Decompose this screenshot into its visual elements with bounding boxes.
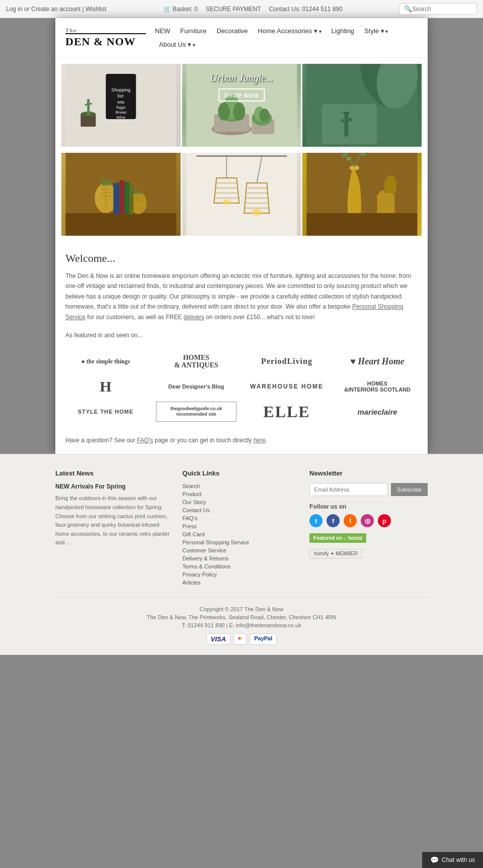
or-text: or [24, 6, 31, 13]
svg-rect-40 [65, 213, 176, 236]
login-link[interactable]: Log in [6, 6, 23, 13]
svg-rect-33 [322, 104, 377, 144]
delivery-link[interactable]: delivery [184, 314, 204, 321]
footer-link-our-story[interactable]: Our Story [183, 499, 300, 505]
svg-rect-36 [345, 118, 353, 121]
nav-home-accessories-dropdown[interactable]: Home Accessories ▾ [253, 24, 327, 38]
svg-point-14 [87, 100, 88, 101]
hero-img-vases[interactable] [302, 153, 422, 236]
footer-link-personal-shopping[interactable]: Personal Shopping Service [183, 539, 300, 545]
svg-text:Milk: Milk [117, 100, 125, 105]
newsletter-email-input[interactable] [309, 483, 388, 496]
nav-about-dropdown[interactable]: About Us ▾ [154, 38, 200, 51]
press-logo-marie-claire: marieclaire [337, 402, 418, 422]
svg-point-78 [222, 199, 230, 205]
footer-link-customer-service[interactable]: Customer Service [183, 547, 300, 553]
hero-img-lights[interactable] [182, 153, 301, 236]
nav-about-us[interactable]: About Us ▾ [154, 38, 200, 51]
svg-rect-34 [345, 112, 349, 137]
svg-text:SHOP NOW: SHOP NOW [224, 92, 259, 99]
homify-badge[interactable]: homify ✦ MEMBER [309, 549, 428, 558]
basket-info: 🛒 Basket: 0 [164, 6, 198, 13]
subscribe-button[interactable]: Subscribe [391, 483, 428, 496]
nav-decorative[interactable]: Decorative [211, 24, 253, 38]
press-logos: ● the simple things HOMES& ANTIQUES Peri… [55, 351, 428, 432]
svg-rect-57 [113, 183, 119, 214]
press-logo-period-living: PeriodLiving [247, 351, 327, 371]
footer-link-faqs[interactable]: FAQ's [183, 515, 300, 521]
create-account-link[interactable]: Create an account [31, 6, 80, 13]
footer-link-gift-card[interactable]: Gift Card [183, 531, 300, 537]
footer: Latest News NEW Arrivals For Spring Brin… [0, 454, 483, 655]
svg-rect-52 [135, 192, 141, 194]
here-link[interactable]: here [254, 437, 266, 444]
footer-link-product[interactable]: Product [183, 491, 300, 497]
footer-news-heading: Latest News [55, 469, 173, 477]
wishlist-link[interactable]: Wishlist [86, 6, 106, 13]
contact-details: T: 01244 911 890 | E: info@thedenandnow.… [55, 622, 428, 628]
search-box[interactable]: 🔍 [399, 3, 477, 15]
pinterest-icon[interactable]: p [378, 514, 391, 527]
press-logo-stylethehome: STYLE THE HOME [65, 402, 146, 422]
rss-icon[interactable]: ⌇ [344, 514, 357, 527]
press-logo-simple-things: ● the simple things [65, 351, 146, 371]
svg-point-37 [344, 112, 346, 114]
hero-img-pillow[interactable] [302, 64, 422, 147]
footer-link-delivery[interactable]: Delivery & Returns [183, 555, 300, 561]
main-nav: NEW Furniture Decorative Home Accessorie… [146, 24, 418, 51]
footer-link-terms[interactable]: Terms & Conditions [183, 563, 300, 569]
top-bar-center: 🛒 Basket: 0 SECURE PAYMENT Contact Us: 0… [164, 6, 343, 13]
footer-link-search[interactable]: Search [183, 483, 300, 489]
footer-link-contact[interactable]: Contact Us [183, 507, 300, 513]
nav-home-accessories[interactable]: Home Accessories ▾ [253, 24, 327, 38]
secure-payment-text: SECURE PAYMENT [206, 6, 261, 13]
footer-news-text: Bring the outdoors in this season with o… [55, 494, 173, 547]
featured-label: As featured in and seen on... [65, 330, 418, 340]
twitter-icon[interactable]: t [309, 514, 323, 527]
top-bar-left: Log in or Create an account | Wishlist [6, 6, 106, 13]
footer-bottom: Copyright © 2017 The Den & Now The Den &… [55, 598, 428, 645]
search-input[interactable] [412, 6, 472, 13]
hero-img-pineapple[interactable] [61, 153, 181, 236]
press-logo-elle: ELLE [247, 402, 327, 422]
hero-img-plants[interactable]: Urban Jungle... SHOP NOW [182, 64, 301, 147]
nav-row2: About Us ▾ [150, 38, 414, 51]
nav-furniture[interactable]: Furniture [175, 24, 211, 38]
svg-rect-81 [307, 213, 418, 236]
facebook-icon[interactable]: f [327, 514, 340, 527]
press-logo-homes-antiques: HOMES& ANTIQUES [156, 351, 236, 371]
press-logo-warehouse: WAREHOUSE HOME [247, 376, 327, 397]
svg-rect-59 [124, 182, 129, 214]
nav-new[interactable]: NEW [150, 24, 175, 38]
press-logo-homes-scotland: HOMES&INTERIORS SCOTLAND [337, 376, 418, 397]
welcome-section: Welcome... The Den & Now is an online ho… [55, 242, 428, 351]
logo-main: DEN & NOW [65, 33, 146, 48]
newsletter-form: Subscribe [309, 483, 428, 496]
nav-style-dropdown[interactable]: Style ▾ [359, 24, 393, 38]
follow-us-label: Follow us on [309, 503, 428, 510]
visa-card-icon: VISA [206, 633, 230, 645]
svg-text:list:: list: [118, 93, 125, 99]
main-container: The DEN & NOW NEW Furniture Decorative H… [55, 18, 428, 454]
personal-shopping-link[interactable]: Personal Shopping Service [65, 303, 403, 320]
instagram-icon[interactable]: ◎ [361, 514, 374, 527]
nav-style[interactable]: Style ▾ [359, 24, 393, 38]
svg-point-79 [252, 209, 262, 216]
footer-news-title: NEW Arrivals For Spring [55, 483, 173, 490]
faq-link[interactable]: FAQ's [137, 437, 153, 444]
footer-link-press[interactable]: Press [183, 523, 300, 529]
footer-link-articles[interactable]: Articles [183, 580, 300, 586]
press-logo-dear-designer: Dear Designer's Blog [156, 376, 236, 397]
press-logo-h: H [65, 376, 146, 397]
svg-text:Eggs: Eggs [116, 105, 125, 110]
footer-link-privacy[interactable]: Privacy Policy [183, 571, 300, 577]
svg-text:Shopping: Shopping [111, 87, 130, 92]
mastercard-icon: ●● [233, 633, 247, 645]
svg-point-15 [87, 103, 88, 104]
svg-text:Urban Jungle...: Urban Jungle... [210, 72, 273, 84]
hero-img-cactus[interactable]: Shopping list: Milk Eggs Bread Wine [61, 64, 181, 147]
paypal-icon: PayPal [250, 633, 277, 645]
svg-rect-60 [129, 184, 133, 214]
houzz-badge[interactable]: Featured on ⌂ houzz [309, 533, 428, 546]
nav-lighting[interactable]: Lighting [327, 24, 360, 38]
